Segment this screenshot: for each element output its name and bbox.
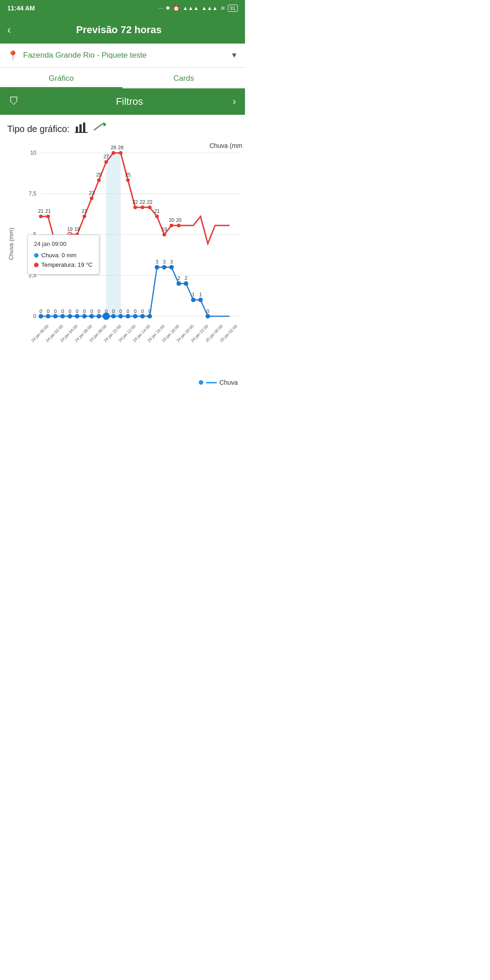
- tab-cards[interactable]: Cards: [122, 68, 245, 88]
- location-bar[interactable]: 📍 Fazenda Grande Rio - Piquete teste ▼: [0, 44, 245, 68]
- legend-chuva: Chuva: [199, 379, 238, 386]
- svg-point-103: [155, 265, 159, 270]
- svg-text:2: 2: [185, 275, 187, 281]
- svg-text:20: 20: [176, 217, 181, 223]
- svg-point-81: [75, 314, 79, 318]
- status-icons: ··· ✱ ⏰ ▲▲▲ ▲▲▲ ≋ 91: [158, 5, 238, 12]
- svg-point-65: [162, 233, 166, 236]
- svg-point-85: [89, 314, 94, 318]
- legend-chuva-dot: [199, 380, 203, 385]
- legend-chuva-label: Chuva: [220, 379, 238, 386]
- signal-icon1: ▲▲▲: [182, 5, 199, 11]
- svg-text:0: 0: [76, 309, 78, 314]
- dots-icon: ···: [158, 5, 163, 11]
- line-chart-button[interactable]: [93, 122, 107, 136]
- svg-point-87: [97, 314, 101, 318]
- svg-text:0: 0: [61, 309, 64, 314]
- tooltip-chuva: Chuva: 0 mm: [34, 251, 93, 260]
- location-pin-icon: 📍: [7, 50, 19, 61]
- svg-rect-2: [83, 122, 85, 132]
- app-header: ‹ Previsão 72 horas: [0, 16, 245, 44]
- tooltip-title: 24 jan 09:00: [34, 240, 93, 249]
- location-dropdown-icon[interactable]: ▼: [230, 51, 238, 59]
- svg-text:0: 0: [206, 309, 209, 314]
- bar-chart-button[interactable]: [75, 122, 88, 136]
- back-button[interactable]: ‹: [7, 24, 11, 36]
- svg-point-99: [140, 314, 145, 318]
- svg-text:0: 0: [134, 309, 137, 314]
- y-axis-label: Chuva (mm): [8, 227, 15, 260]
- svg-point-91: [111, 314, 116, 318]
- svg-text:3: 3: [170, 259, 173, 265]
- svg-text:7,5: 7,5: [29, 191, 36, 197]
- tab-grafico[interactable]: Gráfico: [0, 68, 122, 88]
- svg-point-95: [126, 314, 130, 318]
- svg-point-55: [126, 178, 130, 182]
- svg-point-101: [147, 314, 152, 318]
- svg-text:22: 22: [140, 199, 145, 205]
- svg-point-67: [170, 224, 173, 227]
- status-bar: 11:44 AM ··· ✱ ⏰ ▲▲▲ ▲▲▲ ≋ 91: [0, 0, 245, 16]
- svg-point-43: [83, 215, 86, 218]
- status-time: 11:44 AM: [7, 5, 35, 12]
- svg-text:21: 21: [38, 208, 44, 214]
- svg-text:27: 27: [103, 154, 109, 159]
- svg-point-73: [46, 314, 50, 318]
- svg-text:1: 1: [199, 292, 202, 297]
- svg-rect-29: [106, 153, 121, 316]
- svg-text:0: 0: [47, 309, 49, 314]
- svg-point-113: [191, 298, 196, 302]
- svg-point-30: [39, 215, 43, 218]
- page-title: Previsão 72 horas: [18, 24, 220, 36]
- svg-text:0: 0: [127, 309, 129, 314]
- alarm-icon: ⏰: [173, 5, 180, 11]
- filtros-label: Filtros: [26, 96, 233, 108]
- svg-text:10: 10: [30, 150, 37, 156]
- svg-text:21: 21: [45, 208, 51, 214]
- svg-text:3: 3: [163, 259, 166, 265]
- svg-point-59: [141, 206, 144, 209]
- svg-point-47: [97, 178, 101, 182]
- legend-chuva-line: [206, 382, 217, 383]
- svg-point-69: [177, 224, 181, 227]
- svg-text:2: 2: [177, 275, 180, 281]
- chart-tooltip: 24 jan 09:00 Chuva: 0 mm Temperatura: 19…: [27, 235, 99, 274]
- svg-point-61: [148, 206, 152, 209]
- svg-point-63: [155, 215, 159, 218]
- svg-text:19: 19: [74, 226, 80, 232]
- svg-point-75: [53, 314, 58, 318]
- svg-text:22: 22: [147, 199, 152, 205]
- svg-point-117: [206, 314, 210, 318]
- svg-point-83: [82, 314, 87, 318]
- svg-text:25: 25: [125, 172, 131, 177]
- signal-icon2: ▲▲▲: [201, 5, 218, 11]
- svg-point-115: [198, 298, 203, 302]
- svg-point-107: [169, 265, 174, 270]
- svg-text:0: 0: [83, 309, 86, 314]
- bluetooth-icon: ✱: [166, 5, 170, 11]
- svg-point-79: [68, 314, 72, 318]
- svg-text:0: 0: [148, 309, 151, 314]
- svg-rect-1: [79, 124, 82, 132]
- svg-text:0: 0: [141, 309, 144, 314]
- svg-point-97: [133, 314, 137, 318]
- chart-area: Chuva (mm) Chuva (mm 10 7,5 5 2,5 0 24 j…: [0, 139, 245, 375]
- svg-text:0: 0: [105, 309, 108, 314]
- svg-point-45: [90, 196, 93, 200]
- svg-text:21: 21: [82, 208, 87, 214]
- svg-text:28: 28: [118, 145, 123, 150]
- filtros-bar[interactable]: ⛉ Filtros ›: [0, 88, 245, 115]
- svg-text:1: 1: [192, 292, 195, 297]
- svg-text:0: 0: [33, 313, 36, 319]
- tooltip-temperatura: Temperatura: 19 °C: [34, 260, 93, 270]
- battery-icon: 91: [228, 5, 238, 12]
- svg-text:21: 21: [154, 208, 160, 214]
- svg-text:0: 0: [54, 309, 57, 314]
- svg-text:0: 0: [39, 309, 42, 314]
- svg-text:23: 23: [89, 190, 94, 196]
- svg-text:28: 28: [111, 145, 116, 150]
- svg-point-32: [46, 215, 50, 218]
- svg-text:0: 0: [112, 309, 115, 314]
- chart-legend: Chuva: [0, 375, 245, 390]
- svg-text:0: 0: [98, 309, 100, 314]
